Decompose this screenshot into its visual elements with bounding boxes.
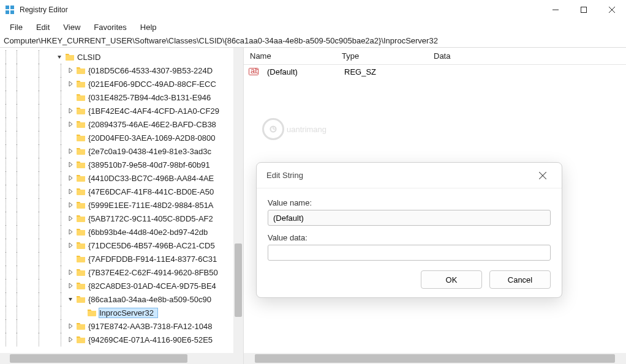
tree-label: {7B37E4E2-C62F-4914-9620-8FB50 <box>88 268 222 277</box>
edit-string-dialog: Edit String Value name: Value data: OK C… <box>256 162 562 298</box>
svg-rect-2 <box>6 10 9 14</box>
tree-item[interactable]: {018D5C66-4533-4307-9B53-224D <box>0 64 243 77</box>
folder-icon <box>76 173 86 183</box>
tree-scroll: CLSID{018D5C66-4533-4307-9B53-224D{021E4… <box>0 48 243 353</box>
folder-icon <box>76 106 86 116</box>
tree-item[interactable]: {20894375-46AE-46E2-BAFD-CB38 <box>0 117 243 131</box>
folder-icon <box>65 52 75 62</box>
value-data-input[interactable] <box>268 245 551 261</box>
expander-closed-icon[interactable] <box>66 147 75 155</box>
svg-point-10 <box>271 127 276 132</box>
tree-item[interactable]: {82CA8DE3-01AD-4CEA-9D75-BE4 <box>0 279 243 292</box>
maximize-button[interactable] <box>570 0 598 20</box>
tree-label: {031E4825-7B94-4dc3-B131-E946 <box>88 93 214 102</box>
tree-item[interactable]: {5999E1EE-711E-48D2-9884-851A <box>0 198 243 212</box>
menu-view[interactable]: View <box>57 21 86 33</box>
svg-rect-3 <box>10 10 14 14</box>
column-data[interactable]: Data <box>428 51 626 61</box>
menu-help[interactable]: Help <box>134 21 163 33</box>
svg-rect-1 <box>10 6 14 9</box>
expander-closed-icon[interactable] <box>66 322 75 330</box>
tree-item[interactable]: {389510b7-9e58-40d7-98bf-60b91 <box>0 158 243 171</box>
tree-vertical-scrollbar[interactable] <box>233 48 243 353</box>
minimize-button[interactable] <box>541 0 570 20</box>
folder-icon <box>76 79 86 89</box>
tree-label: {7AFDFDDB-F914-11E4-8377-6C31 <box>88 254 221 264</box>
expander-closed-icon[interactable] <box>66 335 75 344</box>
folder-icon <box>76 240 86 250</box>
column-type[interactable]: Type <box>336 51 428 61</box>
menu-favorites[interactable]: Favorites <box>88 21 132 33</box>
watermark-icon <box>262 118 284 140</box>
tree-item[interactable]: {71DCE5D6-4B57-496B-AC21-CD5 <box>0 239 243 252</box>
tree-item[interactable]: {6bb93b4e-44d8-40e2-bd97-42db <box>0 225 243 239</box>
tree-item[interactable]: {7AFDFDDB-F914-11E4-8377-6C31 <box>0 252 243 266</box>
folder-icon <box>76 321 86 331</box>
expander-closed-icon[interactable] <box>66 214 75 223</box>
expander-open-icon[interactable] <box>66 295 75 303</box>
expander-closed-icon[interactable] <box>66 187 75 196</box>
expander-closed-icon[interactable] <box>66 241 75 250</box>
tree-label: {20D04FE0-3AEA-1069-A2D8-0800 <box>88 133 219 143</box>
expander-closed-icon[interactable] <box>66 66 75 75</box>
tree-item[interactable]: {4410DC33-BC7C-496B-AA84-4AE <box>0 171 243 185</box>
tree-item-inprocserver32[interactable]: InprocServer32 <box>0 306 243 319</box>
tree-item[interactable]: {021E4F06-9DCC-49AD-88CF-ECC <box>0 77 243 91</box>
dialog-close-button[interactable] <box>534 166 552 185</box>
expander-closed-icon[interactable] <box>66 201 75 209</box>
tree-horizontal-scrollbar[interactable] <box>0 353 244 364</box>
tree-item[interactable]: {20D04FE0-3AEA-1069-A2D8-0800 <box>0 131 243 144</box>
tree-item[interactable]: {1BF42E4C-4AF4-4CFD-A1A0-CF29 <box>0 104 243 117</box>
tree-label: {5999E1EE-711E-48D2-9884-851A <box>88 201 217 210</box>
values-h-thumb[interactable] <box>255 354 615 363</box>
address-bar[interactable]: Computer\HKEY_CURRENT_USER\Software\Clas… <box>0 34 626 48</box>
titlebar: Registry Editor <box>0 0 626 20</box>
expander-closed-icon[interactable] <box>66 281 75 290</box>
value-name-label: Value name: <box>268 198 551 207</box>
expander-closed-icon[interactable] <box>66 160 75 169</box>
tree-label: {4410DC33-BC7C-496B-AA84-4AE <box>88 174 217 183</box>
tree-item[interactable]: {2e7c0a19-0438-41e9-81e3-3ad3c <box>0 144 243 158</box>
values-header: Name Type Data <box>244 48 626 65</box>
expander-closed-icon[interactable] <box>66 228 75 236</box>
tree-item-clsid[interactable]: CLSID <box>0 50 243 64</box>
ok-button[interactable]: OK <box>421 270 482 289</box>
tree-h-thumb[interactable] <box>10 354 187 363</box>
tree-item[interactable]: {86ca1aa0-34aa-4e8b-a509-50c90 <box>0 292 243 306</box>
close-button[interactable] <box>598 0 626 20</box>
expander-closed-icon[interactable] <box>66 268 75 277</box>
tree-item[interactable]: {47E6DCAF-41F8-441C-BD0E-A50 <box>0 185 243 198</box>
value-row[interactable]: ab (Default) REG_SZ <box>244 65 626 78</box>
svg-text:ab: ab <box>251 67 258 75</box>
tree-label: {71DCE5D6-4B57-496B-AC21-CD5 <box>88 241 219 250</box>
tree-item[interactable]: {94269C4E-071A-4116-90E6-52E5 <box>0 333 243 346</box>
window-controls <box>541 0 626 20</box>
expander-closed-icon[interactable] <box>66 80 75 88</box>
folder-icon <box>76 160 86 169</box>
reg-string-icon: ab <box>249 67 258 76</box>
tree-label: {47E6DCAF-41F8-441C-BD0E-A50 <box>88 187 217 196</box>
expander-open-icon[interactable] <box>55 53 64 61</box>
bottom-scrollbars <box>0 353 626 364</box>
menu-file[interactable]: File <box>4 21 29 33</box>
folder-icon <box>76 254 86 264</box>
expander-closed-icon[interactable] <box>66 120 75 128</box>
expander-closed-icon[interactable] <box>66 106 75 115</box>
tree-item[interactable]: {031E4825-7B94-4dc3-B131-E946 <box>0 91 243 104</box>
tree-label: {021E4F06-9DCC-49AD-88CF-ECC <box>88 80 220 89</box>
folder-icon <box>76 146 86 156</box>
expander-closed-icon[interactable] <box>66 174 75 182</box>
tree-item[interactable]: {7B37E4E2-C62F-4914-9620-8FB50 <box>0 266 243 279</box>
menu-edit[interactable]: Edit <box>30 21 56 33</box>
tree-label: {1BF42E4C-4AF4-4CFD-A1A0-CF29 <box>88 106 223 116</box>
watermark-text: uantrimang <box>287 125 326 134</box>
cancel-button[interactable]: Cancel <box>489 270 551 289</box>
values-horizontal-scrollbar[interactable] <box>244 353 626 364</box>
dialog-buttons: OK Cancel <box>268 270 551 289</box>
column-name[interactable]: Name <box>244 51 336 61</box>
folder-icon <box>76 294 86 304</box>
tree-item[interactable]: {5AB7172C-9C11-405C-8DD5-AF2 <box>0 212 243 225</box>
value-name-input[interactable] <box>268 210 551 226</box>
tree-item[interactable]: {917E8742-AA3B-7318-FA12-1048 <box>0 319 243 333</box>
tree-scrollbar-thumb[interactable] <box>235 243 242 317</box>
